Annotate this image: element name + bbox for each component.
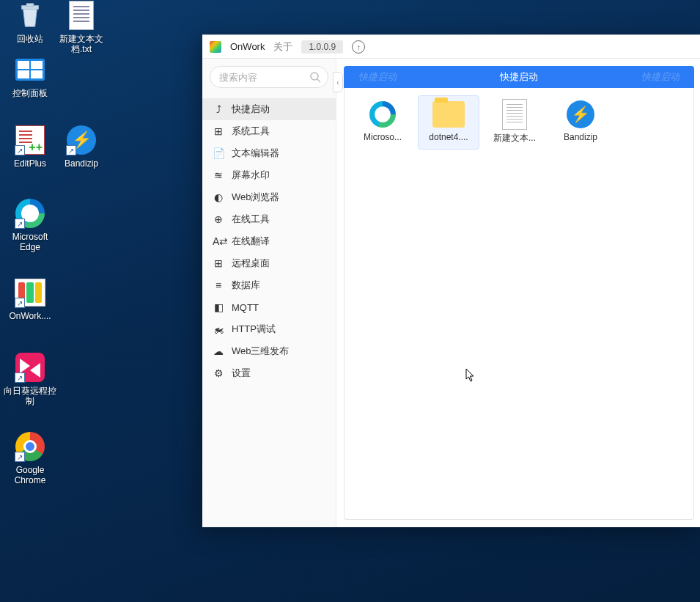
svg-rect-1: [26, 4, 34, 7]
text-file-icon: [69, 1, 94, 30]
tile-icon: [366, 98, 399, 131]
sidebar-item-3[interactable]: ≋屏幕水印: [202, 164, 336, 186]
search-icon: [309, 71, 321, 86]
shortcut-arrow-icon: [15, 145, 25, 155]
tab-header[interactable]: 快捷启动: [344, 66, 694, 88]
sidebar-item-0[interactable]: ⤴快捷启动: [202, 98, 336, 120]
tile-label: Bandizip: [564, 132, 597, 142]
sidebar-item-1[interactable]: ⊞系统工具: [202, 120, 336, 142]
sidebar-item-6[interactable]: A⇄在线翻译: [202, 230, 336, 252]
sidebar-item-label: Web三维发布: [232, 345, 290, 358]
sidebar: ⤴快捷启动⊞系统工具📄文本编辑器≋屏幕水印◐Web浏览器⊕在线工具A⇄在线翻译⊞…: [202, 59, 336, 527]
desktop-icon-editplus[interactable]: EditPlus: [3, 125, 57, 169]
sidebar-item-label: 快捷启动: [232, 103, 270, 116]
sidebar-item-label: HTTP调试: [232, 323, 276, 336]
sidebar-item-icon: ◐: [213, 191, 224, 203]
shortcut-arrow-icon: [15, 219, 25, 229]
titlebar[interactable]: OnWork 关于 1.0.0.9 ↑: [202, 35, 700, 59]
tile-label: Microso...: [364, 132, 402, 142]
desktop-icon-bandizip[interactable]: Bandizip: [54, 125, 108, 169]
sidebar-item-12[interactable]: ⚙设置: [202, 362, 336, 384]
sidebar-item-8[interactable]: ≡数据库: [202, 274, 336, 296]
sidebar-item-icon: ◧: [213, 301, 224, 313]
desktop-icon-label: Microsoft Edge: [3, 232, 57, 252]
tile-label: 新建文本...: [493, 132, 536, 144]
sidebar-item-icon: 🏍: [213, 323, 224, 335]
launch-tile-2[interactable]: 新建文本...: [484, 95, 545, 150]
desktop-icon-control-panel[interactable]: 控制面板: [3, 54, 57, 98]
desktop-icon-onwork[interactable]: OnWork....: [3, 277, 57, 321]
desktop-icon-label: Bandizip: [54, 158, 108, 169]
desktop-icon-label: 新建文本文 档.txt: [54, 34, 108, 54]
sidebar-item-5[interactable]: ⊕在线工具: [202, 208, 336, 230]
sidebar-item-label: 在线工具: [232, 213, 270, 226]
tile-icon: [564, 98, 597, 131]
shortcut-arrow-icon: [15, 452, 25, 462]
desktop-icon-label: 向日葵远程控 制: [3, 386, 57, 406]
sidebar-item-icon: ⊞: [213, 257, 224, 269]
shortcut-arrow-icon: [15, 298, 25, 308]
launch-tile-0[interactable]: Microso...: [352, 95, 413, 150]
sidebar-item-label: 设置: [232, 367, 251, 380]
desktop-icon-recycle-bin[interactable]: 回收站: [3, 0, 57, 44]
launch-tile-1[interactable]: dotnet4....: [418, 95, 479, 150]
sidebar-item-label: 远程桌面: [232, 257, 270, 270]
svg-point-2: [311, 73, 318, 80]
sidebar-nav: ⤴快捷启动⊞系统工具📄文本编辑器≋屏幕水印◐Web浏览器⊕在线工具A⇄在线翻译⊞…: [202, 98, 336, 384]
sidebar-item-icon: 📄: [213, 147, 224, 159]
version-badge: 1.0.0.9: [301, 40, 343, 54]
sidebar-item-label: 数据库: [232, 279, 260, 292]
sidebar-item-label: 在线翻译: [232, 235, 270, 248]
tile-grid: Microso...dotnet4....新建文本...Bandizip: [344, 88, 694, 520]
sidebar-item-icon: ⤴: [213, 103, 224, 115]
tab-title: 快捷启动: [500, 70, 538, 84]
about-link[interactable]: 关于: [273, 40, 292, 54]
search-box: [210, 66, 328, 88]
sidebar-item-9[interactable]: ◧MQTT: [202, 296, 336, 318]
sidebar-item-label: Web浏览器: [232, 191, 280, 204]
main-panel: 快捷启动 Microso...dotnet4....新建文本...Bandizi…: [336, 59, 700, 527]
sidebar-item-icon: ≡: [213, 279, 224, 291]
sidebar-item-4[interactable]: ◐Web浏览器: [202, 186, 336, 208]
desktop-icon-label: 控制面板: [3, 88, 57, 98]
desktop-icon-chrome[interactable]: Google Chrome: [3, 431, 57, 485]
desktop-icon-edge[interactable]: Microsoft Edge: [3, 198, 57, 252]
desktop-icon-label: EditPlus: [3, 158, 57, 169]
control-panel-icon: [15, 59, 45, 81]
collapse-sidebar-button[interactable]: [333, 72, 343, 92]
sidebar-item-icon: ☁: [213, 345, 224, 357]
shortcut-arrow-icon: [66, 145, 76, 155]
tile-icon: [498, 98, 531, 131]
sidebar-item-7[interactable]: ⊞远程桌面: [202, 252, 336, 274]
desktop-icon-sunlogin[interactable]: 向日葵远程控 制: [3, 352, 57, 406]
app-title: OnWork: [230, 41, 265, 52]
desktop-icon-text-doc[interactable]: 新建文本文 档.txt: [54, 0, 108, 54]
recycle-bin-icon: [16, 1, 44, 29]
sidebar-item-label: 系统工具: [232, 125, 270, 138]
sidebar-item-icon: ⚙: [213, 367, 224, 379]
svg-line-3: [317, 79, 320, 82]
desktop-icon-label: 回收站: [3, 34, 57, 44]
tile-icon: [432, 98, 465, 131]
upload-button[interactable]: ↑: [352, 40, 365, 54]
onwork-window: OnWork 关于 1.0.0.9 ↑ ⤴快捷启动⊞系统工具📄文本编辑器≋屏幕水…: [202, 34, 700, 527]
sidebar-item-icon: ⊕: [213, 213, 224, 225]
shortcut-arrow-icon: [15, 372, 25, 383]
sidebar-item-icon: ⊞: [213, 125, 224, 137]
sidebar-item-icon: ≋: [213, 169, 224, 181]
launch-tile-3[interactable]: Bandizip: [550, 95, 611, 150]
desktop-icon-label: OnWork....: [3, 311, 57, 321]
sidebar-item-label: 文本编辑器: [232, 147, 279, 160]
sidebar-item-2[interactable]: 📄文本编辑器: [202, 142, 336, 164]
sidebar-item-label: MQTT: [232, 302, 259, 313]
sidebar-item-label: 屏幕水印: [232, 169, 270, 182]
desktop-icon-label: Google Chrome: [3, 465, 57, 485]
app-logo-icon: [210, 41, 221, 53]
sidebar-item-11[interactable]: ☁Web三维发布: [202, 340, 336, 362]
sidebar-item-10[interactable]: 🏍HTTP调试: [202, 318, 336, 340]
sidebar-item-icon: A⇄: [213, 235, 224, 247]
tile-label: dotnet4....: [429, 132, 468, 142]
